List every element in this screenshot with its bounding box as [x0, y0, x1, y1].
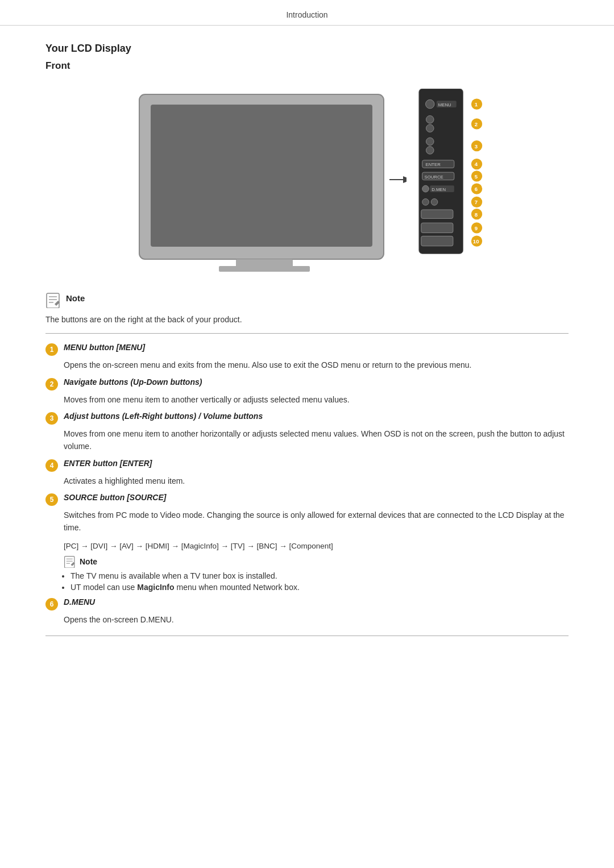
page-header: Introduction: [0, 0, 614, 26]
note-text: The buttons are on the right at the back…: [45, 315, 569, 324]
svg-text:4: 4: [475, 161, 478, 167]
badge-5: 5: [45, 493, 58, 506]
button-desc-5: Switches from PC mode to Video mode. Cha…: [64, 509, 569, 534]
svg-text:D.MEN: D.MEN: [432, 187, 446, 192]
page-body: Your LCD Display Front: [0, 26, 614, 668]
button-desc-6: Opens the on-screen D.MENU.: [64, 614, 569, 626]
svg-text:8: 8: [475, 211, 478, 218]
note-icon: [45, 292, 61, 308]
svg-text:7: 7: [475, 199, 478, 205]
svg-text:5: 5: [475, 173, 478, 180]
button-desc-4: Activates a highlighted menu item.: [64, 475, 569, 488]
badge-4: 4: [45, 459, 58, 472]
svg-point-12: [426, 115, 434, 123]
button-desc-3: Moves from one menu item to another hori…: [64, 428, 569, 452]
svg-text:10: 10: [473, 238, 479, 244]
svg-text:1: 1: [475, 101, 478, 107]
note-inline-icon: [64, 555, 76, 568]
svg-point-7: [426, 99, 434, 108]
svg-point-16: [426, 138, 434, 146]
header-title: Introduction: [286, 10, 327, 19]
svg-text:ENTER: ENTER: [426, 162, 441, 167]
svg-text:9: 9: [475, 225, 478, 231]
svg-point-34: [431, 199, 438, 206]
svg-rect-2: [236, 259, 293, 267]
svg-rect-50: [65, 556, 74, 568]
svg-text:3: 3: [475, 143, 478, 149]
badge-3: 3: [45, 412, 58, 425]
note-inline-5: Note: [64, 555, 569, 568]
button-title-5: SOURCE button [SOURCE]: [64, 493, 166, 502]
button-title-2: Navigate buttons (Up-Down buttons): [64, 377, 202, 387]
button-title-3: Adjust buttons (Left-Right buttons) / Vo…: [64, 412, 263, 421]
button-desc-1: Opens the on-screen menu and exits from …: [64, 359, 569, 372]
svg-rect-43: [421, 236, 453, 246]
sub-title: Front: [45, 60, 569, 72]
button-title-4: ENTER button [ENTER]: [64, 459, 152, 468]
svg-point-13: [426, 124, 434, 132]
side-panel-diagram: MENU 1 2 3 ENTER 4 SOURCE 5: [412, 89, 492, 259]
svg-text:MENU: MENU: [438, 102, 451, 107]
svg-rect-3: [219, 266, 310, 272]
bullet-list-5: The TV menu is available when a TV tuner…: [70, 571, 569, 592]
button-title-1: MENU button [MENU]: [64, 343, 145, 352]
button-list: 1 MENU button [MENU] Opens the on-screen…: [45, 343, 569, 626]
button-item-3: 3 Adjust buttons (Left-Right buttons) / …: [45, 412, 569, 425]
badge-1: 1: [45, 343, 58, 356]
note-inline-label: Note: [80, 557, 97, 566]
svg-point-33: [422, 199, 429, 206]
svg-rect-1: [151, 105, 372, 247]
bullet-item-ut: UT model can use MagicInfo menu when mou…: [70, 583, 569, 592]
divider-top: [45, 333, 569, 334]
note-section: Note: [45, 293, 569, 308]
badge-6: 6: [45, 598, 58, 610]
note-label: Note: [66, 293, 85, 303]
button-item-6: 6 D.MENU: [45, 597, 569, 610]
magicinfo-bold: MagicInfo: [137, 583, 174, 592]
svg-text:6: 6: [475, 186, 478, 192]
svg-text:SOURCE: SOURCE: [425, 175, 443, 180]
button-item-1: 1 MENU button [MENU]: [45, 343, 569, 356]
badge-2: 2: [45, 378, 58, 391]
button-item-2: 2 Navigate buttons (Up-Down buttons): [45, 377, 569, 391]
button-item-5: 5 SOURCE button [SOURCE]: [45, 493, 569, 506]
source-chain: [PC] → [DVI] → [AV] → [HDMI] → [MagicInf…: [64, 540, 569, 553]
svg-rect-46: [47, 293, 59, 308]
svg-point-17: [426, 147, 434, 155]
monitor-diagram: [122, 83, 406, 276]
section-title: Your LCD Display: [45, 43, 569, 55]
button-item-4: 4 ENTER button [ENTER]: [45, 459, 569, 472]
bullet-item-tv: The TV menu is available when a TV tuner…: [70, 571, 569, 580]
svg-point-28: [422, 185, 429, 192]
diagram-container: MENU 1 2 3 ENTER 4 SOURCE 5: [45, 83, 569, 276]
svg-rect-37: [421, 210, 453, 218]
button-desc-2: Moves from one menu item to another vert…: [64, 394, 569, 406]
svg-rect-40: [421, 223, 453, 232]
svg-text:2: 2: [475, 121, 478, 127]
divider-bottom: [45, 636, 569, 636]
button-title-6: D.MENU: [64, 597, 95, 607]
